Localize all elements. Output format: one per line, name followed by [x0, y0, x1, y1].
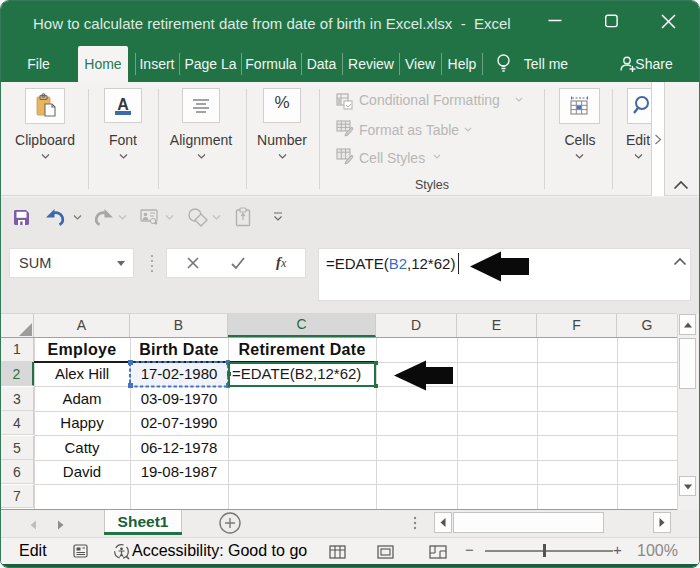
svg-text:A: A: [117, 96, 129, 113]
